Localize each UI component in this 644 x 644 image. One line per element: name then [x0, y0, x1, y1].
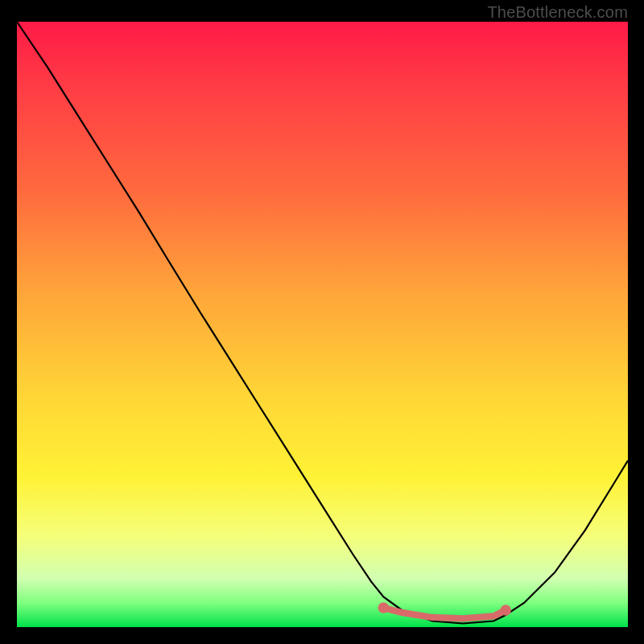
bottleneck-curve	[17, 22, 628, 623]
attribution-label: TheBottleneck.com	[487, 3, 628, 22]
optimal-range-highlight	[383, 608, 506, 619]
optimal-range-end-dot	[500, 605, 511, 616]
chart-frame: TheBottleneck.com	[0, 0, 644, 644]
optimal-range-start-dot	[378, 602, 390, 613]
chart-overlay	[17, 22, 628, 627]
